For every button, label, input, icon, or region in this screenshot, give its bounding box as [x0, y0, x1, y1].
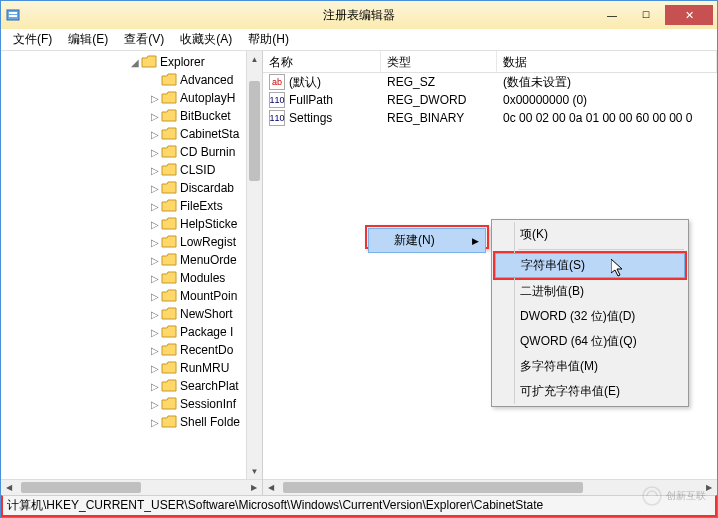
menu-item-dword-value[interactable]: DWORD (32 位)值(D)	[494, 304, 686, 329]
tree-item[interactable]: ▷SearchPlat	[1, 377, 262, 395]
registry-editor-window: 注册表编辑器 — ☐ ✕ 文件(F) 编辑(E) 查看(V) 收藏夹(A) 帮助…	[0, 0, 718, 518]
menu-item-multistring-value[interactable]: 多字符串值(M)	[494, 354, 686, 379]
tree-item[interactable]: ▷BitBucket	[1, 107, 262, 125]
scroll-thumb[interactable]	[249, 81, 260, 181]
tree-item[interactable]: ▷Modules	[1, 269, 262, 287]
expand-icon[interactable]: ▷	[149, 399, 161, 410]
folder-icon	[161, 109, 177, 123]
expand-icon[interactable]: ▷	[149, 111, 161, 122]
value-row[interactable]: ab(默认)REG_SZ(数值未设置)	[263, 73, 717, 91]
menu-item-new-label: 新建(N)	[394, 233, 435, 247]
titlebar[interactable]: 注册表编辑器 — ☐ ✕	[1, 1, 717, 29]
menu-item-key[interactable]: 项(K)	[494, 222, 686, 247]
scroll-left-icon[interactable]: ◀	[1, 483, 17, 492]
expand-icon[interactable]: ▷	[149, 201, 161, 212]
value-row[interactable]: 110FullPathREG_DWORD0x00000000 (0)	[263, 91, 717, 109]
collapse-icon[interactable]: ◢	[129, 57, 141, 68]
value-type: REG_SZ	[381, 75, 497, 89]
menu-item-binary-value[interactable]: 二进制值(B)	[494, 279, 686, 304]
expand-icon[interactable]: ▷	[149, 129, 161, 140]
scroll-right-icon[interactable]: ▶	[246, 483, 262, 492]
expand-icon[interactable]: ▷	[149, 381, 161, 392]
expand-icon[interactable]: ▷	[149, 327, 161, 338]
close-button[interactable]: ✕	[665, 5, 713, 25]
tree-item[interactable]: ▷Package I	[1, 323, 262, 341]
expand-icon[interactable]: ▷	[149, 417, 161, 428]
menu-edit[interactable]: 编辑(E)	[60, 29, 116, 50]
value-name: FullPath	[289, 93, 333, 107]
expand-icon[interactable]: ▷	[149, 345, 161, 356]
menu-favorites[interactable]: 收藏夹(A)	[172, 29, 240, 50]
expand-icon[interactable]: ▷	[149, 363, 161, 374]
expand-icon[interactable]: ▷	[149, 291, 161, 302]
tree-item[interactable]: ▷RecentDo	[1, 341, 262, 359]
tree-item[interactable]: ▷Shell Folde	[1, 413, 262, 431]
scroll-down-icon[interactable]: ▼	[247, 463, 262, 479]
tree-item-explorer[interactable]: ◢Explorer	[1, 53, 262, 71]
menu-help[interactable]: 帮助(H)	[240, 29, 297, 50]
value-name: Settings	[289, 111, 332, 125]
tree-item[interactable]: ▷AutoplayH	[1, 89, 262, 107]
tree-label: SessionInf	[180, 397, 236, 411]
menu-view[interactable]: 查看(V)	[116, 29, 172, 50]
tree-label: Discardab	[180, 181, 234, 195]
col-type[interactable]: 类型	[381, 51, 497, 72]
tree-item[interactable]: ▷CD Burnin	[1, 143, 262, 161]
expand-icon[interactable]: ▷	[149, 237, 161, 248]
tree-label: RunMRU	[180, 361, 229, 375]
tree-label: Shell Folde	[180, 415, 240, 429]
tree-item[interactable]: ▷RunMRU	[1, 359, 262, 377]
folder-icon	[161, 307, 177, 321]
context-submenu-new-value: 项(K) 字符串值(S) 二进制值(B) DWORD (32 位)值(D) QW…	[491, 219, 689, 407]
expand-icon[interactable]: ▷	[149, 165, 161, 176]
tree-label: FileExts	[180, 199, 223, 213]
expand-icon[interactable]: ▷	[149, 309, 161, 320]
scroll-left-icon[interactable]: ◀	[263, 483, 279, 492]
tree-label: CD Burnin	[180, 145, 235, 159]
folder-icon	[161, 325, 177, 339]
tree-label: RecentDo	[180, 343, 233, 357]
folder-icon	[161, 127, 177, 141]
menu-file[interactable]: 文件(F)	[5, 29, 60, 50]
maximize-button[interactable]: ☐	[629, 5, 663, 25]
value-row[interactable]: 110SettingsREG_BINARY0c 00 02 00 0a 01 0…	[263, 109, 717, 127]
tree-item[interactable]: ▷HelpSticke	[1, 215, 262, 233]
value-data: 0c 00 02 00 0a 01 00 00 60 00 00 0	[497, 111, 717, 125]
tree-item[interactable]: ▷CLSID	[1, 161, 262, 179]
tree-item[interactable]: ▷MenuOrde	[1, 251, 262, 269]
expand-icon[interactable]: ▷	[149, 273, 161, 284]
minimize-button[interactable]: —	[595, 5, 629, 25]
menu-item-qword-value[interactable]: QWORD (64 位)值(Q)	[494, 329, 686, 354]
scroll-up-icon[interactable]: ▲	[247, 51, 262, 67]
window-controls: — ☐ ✕	[595, 5, 713, 25]
expand-icon[interactable]: ▷	[149, 93, 161, 104]
menu-item-new[interactable]: 新建(N) ▶	[368, 228, 486, 253]
tree-item[interactable]: ▷MountPoin	[1, 287, 262, 305]
tree-item[interactable]: Advanced	[1, 71, 262, 89]
menu-item-expandstring-value[interactable]: 可扩充字符串值(E)	[494, 379, 686, 404]
expand-icon[interactable]: ▷	[149, 219, 161, 230]
tree-item[interactable]: ▷Discardab	[1, 179, 262, 197]
folder-icon	[161, 253, 177, 267]
expand-icon[interactable]: ▷	[149, 183, 161, 194]
tree-vertical-scrollbar[interactable]: ▲ ▼	[246, 51, 262, 479]
main-area: ◢ExplorerAdvanced▷AutoplayH▷BitBucket▷Ca…	[1, 51, 717, 495]
col-name[interactable]: 名称	[263, 51, 381, 72]
tree-item[interactable]: ▷LowRegist	[1, 233, 262, 251]
expand-icon[interactable]: ▷	[149, 147, 161, 158]
folder-icon	[141, 55, 157, 69]
tree-item[interactable]: ▷NewShort	[1, 305, 262, 323]
binary-value-icon: 110	[269, 92, 285, 108]
tree-item[interactable]: ▷SessionInf	[1, 395, 262, 413]
scroll-thumb-h[interactable]	[283, 482, 583, 493]
scroll-thumb-h[interactable]	[21, 482, 141, 493]
list-header: 名称 类型 数据	[263, 51, 717, 73]
tree-horizontal-scrollbar[interactable]: ◀ ▶	[1, 479, 262, 495]
expand-icon[interactable]: ▷	[149, 255, 161, 266]
col-data[interactable]: 数据	[497, 51, 717, 72]
menu-item-string-value[interactable]: 字符串值(S)	[495, 253, 685, 278]
value-data: 0x00000000 (0)	[497, 93, 717, 107]
tree-item[interactable]: ▷CabinetSta	[1, 125, 262, 143]
tree-item[interactable]: ▷FileExts	[1, 197, 262, 215]
cursor-icon	[611, 259, 627, 279]
